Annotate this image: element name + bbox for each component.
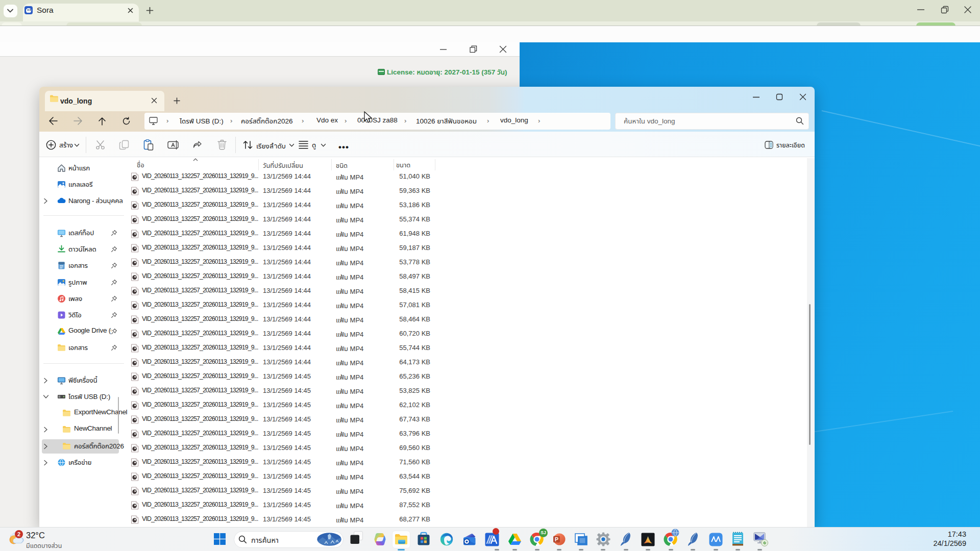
- svg-text:P: P: [555, 536, 558, 542]
